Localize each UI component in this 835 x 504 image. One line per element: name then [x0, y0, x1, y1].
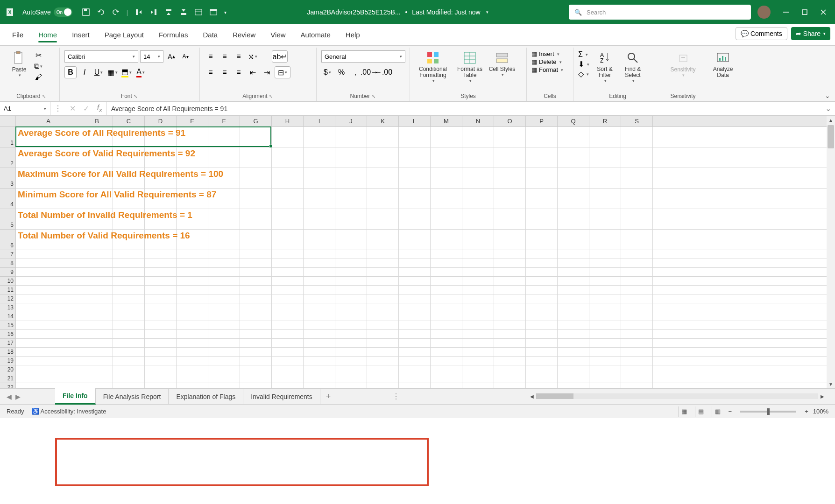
tab-help[interactable]: Help	[338, 26, 368, 45]
column-header[interactable]: B	[81, 116, 113, 126]
column-header[interactable]: C	[113, 116, 145, 126]
wrap-text-button[interactable]: ab↵	[272, 50, 288, 63]
close-icon[interactable]	[820, 9, 827, 15]
font-name-combo[interactable]: Calibri▾	[64, 50, 138, 63]
cell-value[interactable]: Average Score of Valid Requirements = 92	[18, 148, 195, 159]
paste-button[interactable]: Paste▾	[8, 50, 30, 77]
save-icon[interactable]	[82, 8, 90, 16]
column-header[interactable]: L	[399, 116, 431, 126]
cell-value[interactable]: Minimum Score for All Valid Requirements…	[18, 189, 216, 200]
tab-automate[interactable]: Automate	[293, 26, 338, 45]
row-header[interactable]: 7	[0, 250, 15, 259]
copy-button[interactable]: ⧉▾	[33, 62, 44, 71]
decrease-indent-icon[interactable]: ⇤	[247, 66, 259, 78]
row-header[interactable]: 8	[0, 259, 15, 268]
autosum-button[interactable]: Σ▾	[578, 50, 588, 59]
tab-view[interactable]: View	[263, 26, 293, 45]
tab-formulas[interactable]: Formulas	[151, 26, 196, 45]
increase-indent-icon[interactable]: ⇥	[261, 66, 273, 78]
column-header[interactable]: K	[367, 116, 399, 126]
tab-review[interactable]: Review	[225, 26, 263, 45]
align-right-icon[interactable]: ≡	[233, 66, 245, 78]
column-header[interactable]: E	[177, 116, 208, 126]
decrease-font-icon[interactable]: A▾	[179, 50, 191, 63]
tab-home[interactable]: Home	[31, 26, 64, 45]
qat-icon-5[interactable]	[194, 8, 203, 16]
spreadsheet-grid[interactable]: ABCDEFGHIJKLMNOPQRS 12345678910111213141…	[0, 116, 835, 388]
undo-icon[interactable]	[97, 8, 105, 16]
row-header[interactable]: 20	[0, 365, 15, 374]
column-header[interactable]: F	[208, 116, 240, 126]
font-size-combo[interactable]: 14▾	[140, 50, 163, 63]
expand-formula-bar-icon[interactable]: ⌄	[821, 102, 835, 115]
minimize-icon[interactable]	[783, 9, 789, 15]
conditional-formatting-button[interactable]: Conditional Formatting▾	[415, 50, 451, 83]
select-all-corner[interactable]	[0, 116, 16, 127]
row-header[interactable]: 2	[0, 147, 15, 168]
add-sheet-button[interactable]: +	[320, 392, 337, 401]
collapse-ribbon-icon[interactable]: ⌄	[825, 92, 830, 99]
share-button[interactable]: ➦ Share ▾	[791, 27, 830, 40]
border-button[interactable]: ▦▾	[106, 66, 119, 78]
row-header[interactable]: 17	[0, 339, 15, 348]
percent-icon[interactable]: %	[335, 66, 347, 78]
format-cells-button[interactable]: ▦ Format ▾	[531, 66, 563, 73]
row-header[interactable]: 15	[0, 321, 15, 330]
tab-file[interactable]: File	[5, 26, 31, 45]
page-layout-view-icon[interactable]: ▤	[695, 406, 707, 417]
fx-icon[interactable]: fx	[97, 104, 102, 113]
increase-font-icon[interactable]: A▴	[165, 50, 177, 63]
row-header[interactable]: 1	[0, 127, 15, 147]
sheet-tab-invalid-requirements[interactable]: Invalid Requirements	[243, 389, 320, 404]
column-header[interactable]: G	[240, 116, 272, 126]
currency-icon[interactable]: $▾	[321, 66, 333, 78]
sheet-tab-explanation-of-flags[interactable]: Explanation of Flags	[169, 389, 243, 404]
format-as-table-button[interactable]: Format as Table▾	[454, 50, 486, 83]
column-header[interactable]: H	[272, 116, 304, 126]
last-modified[interactable]: Last Modified: Just now	[412, 8, 480, 16]
increase-decimal-icon[interactable]: .00→	[363, 66, 375, 78]
qat-icon-3[interactable]	[164, 8, 173, 16]
align-center-icon[interactable]: ≡	[219, 66, 231, 78]
column-header[interactable]: I	[304, 116, 335, 126]
column-header[interactable]: A	[16, 116, 81, 126]
tab-data[interactable]: Data	[195, 26, 225, 45]
qat-icon-1[interactable]	[134, 8, 143, 16]
column-header[interactable]: J	[335, 116, 367, 126]
sheet-nav-prev-icon[interactable]: ◀	[7, 393, 12, 400]
zoom-level[interactable]: 100%	[813, 408, 828, 415]
find-select-button[interactable]: Find & Select▾	[620, 50, 645, 83]
orientation-icon[interactable]: ⤭▾	[247, 50, 259, 63]
cut-button[interactable]: ✂	[33, 50, 44, 60]
column-header[interactable]: R	[589, 116, 621, 126]
row-header[interactable]: 4	[0, 189, 15, 209]
autosave-toggle[interactable]: AutoSave On	[22, 7, 72, 17]
row-header[interactable]: 22	[0, 383, 15, 388]
number-format-combo[interactable]: General▾	[321, 50, 405, 63]
qat-icon-4[interactable]	[179, 8, 188, 16]
merge-button[interactable]: ⊟▾	[275, 66, 290, 78]
decrease-decimal-icon[interactable]: ←.00	[377, 66, 389, 78]
accept-formula-icon[interactable]: ✓	[83, 104, 89, 113]
vertical-scrollbar[interactable]: ▲ ▼	[827, 116, 835, 388]
row-header[interactable]: 18	[0, 348, 15, 357]
align-middle-icon[interactable]: ≡	[219, 50, 231, 63]
row-header[interactable]: 6	[0, 230, 15, 250]
qat-icon-2[interactable]	[149, 8, 158, 16]
column-header[interactable]: M	[431, 116, 462, 126]
row-header[interactable]: 13	[0, 303, 15, 312]
column-header[interactable]: N	[462, 116, 494, 126]
row-header[interactable]: 21	[0, 374, 15, 383]
zoom-out-button[interactable]: −	[729, 408, 732, 415]
normal-view-icon[interactable]: ▦	[678, 406, 690, 417]
column-header[interactable]: O	[494, 116, 526, 126]
column-header[interactable]: S	[621, 116, 653, 126]
row-header[interactable]: 14	[0, 312, 15, 321]
row-header[interactable]: 12	[0, 294, 15, 303]
row-header[interactable]: 9	[0, 268, 15, 277]
comma-icon[interactable]: ,	[349, 66, 361, 78]
search-input[interactable]: 🔍 Search	[569, 5, 751, 20]
delete-cells-button[interactable]: ▦ Delete ▾	[531, 58, 562, 65]
align-top-icon[interactable]: ≡	[205, 50, 217, 63]
cell-value[interactable]: Average Score of All Requirements = 91	[18, 128, 185, 138]
